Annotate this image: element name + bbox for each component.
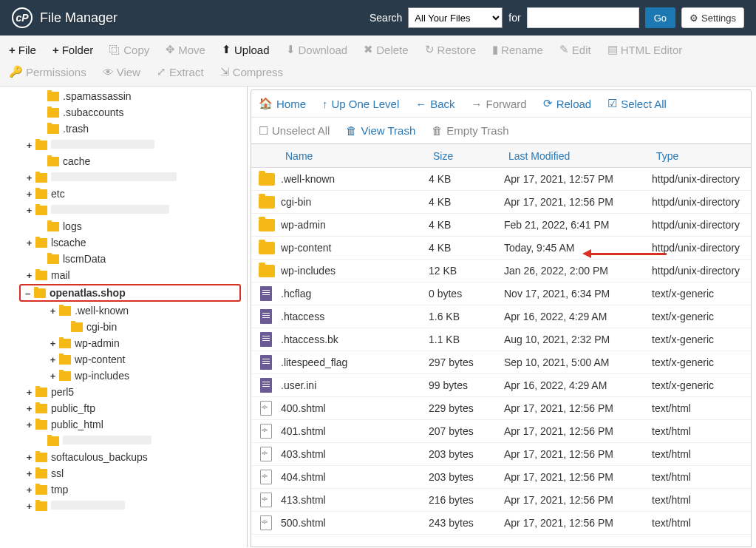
table-row[interactable]: 413.shtml216 bytesApr 17, 2021, 12:56 PM… [251,489,751,512]
folder-icon [35,404,47,413]
settings-button[interactable]: Settings [681,7,744,28]
tree-item[interactable]: +wp-content [0,351,247,368]
cell-size: 4 KB [421,196,497,208]
table-row[interactable]: 403.shtml203 bytesApr 17, 2021, 12:56 PM… [251,443,751,466]
col-type[interactable]: Type [649,150,751,162]
expand-icon[interactable]: + [25,237,33,248]
table-row[interactable]: wp-admin4 KBFeb 21, 2022, 6:41 PMhttpd/u… [251,214,751,237]
expand-icon[interactable]: + [49,354,57,365]
tree-item[interactable] [0,433,247,449]
expand-icon[interactable]: + [49,371,57,382]
expand-icon[interactable]: + [25,419,33,430]
back-button[interactable]: ←Back [415,98,454,110]
tree-item[interactable]: + [0,498,247,514]
view-button[interactable]: 👁View [101,62,142,81]
compress-button[interactable]: ⇲Compress [219,62,285,81]
reload-button[interactable]: ⟳Reload [543,97,592,110]
tree-item[interactable]: .subaccounts [0,104,247,121]
col-size[interactable]: Size [426,150,501,162]
expand-icon[interactable]: + [25,452,33,463]
table-row[interactable]: .litespeed_flag297 bytesSep 10, 2021, 5:… [251,351,751,374]
edit-button[interactable]: ✎Edit [558,40,593,59]
select-all-button[interactable]: ☑Select All [607,97,667,110]
tree-item[interactable]: +ssl [0,465,247,481]
restore-button[interactable]: ↻Restore [423,40,478,59]
up-button[interactable]: ↑Up One Level [322,98,399,110]
content-pane: 🏠Home ↑Up One Level ←Back →Forward ⟳Relo… [248,87,756,547]
expand-icon[interactable]: + [49,338,57,349]
tree-item[interactable]: lscmData [0,251,247,267]
table-row[interactable]: 400.shtml229 bytesApr 17, 2021, 12:56 PM… [251,397,751,420]
table-row[interactable]: .well-known4 KBApr 17, 2021, 12:57 PMhtt… [251,168,751,191]
search-input[interactable] [527,7,639,28]
table-row[interactable]: 404.shtml203 bytesApr 17, 2021, 12:56 PM… [251,466,751,489]
tree-label: tmp [51,484,68,495]
table-row[interactable]: .user.ini99 bytesApr 16, 2022, 4:29 AMte… [251,374,751,397]
tree-item[interactable]: + [0,137,247,153]
search-scope-select[interactable]: All Your Files [408,7,503,28]
expand-icon[interactable]: – [24,288,32,299]
expand-icon[interactable]: + [25,501,33,512]
extract-button[interactable]: ⤢Extract [155,62,205,81]
tree-item[interactable]: .trash [0,121,247,137]
expand-icon[interactable]: + [25,270,33,281]
tree-item[interactable]: +.well-known [0,302,247,319]
tree-item[interactable]: logs [0,218,247,234]
tree-item[interactable]: +mail [0,267,247,283]
file-button[interactable]: +File [7,40,38,59]
folder-button[interactable]: +Folder [51,40,95,59]
table-row[interactable]: 500.shtml243 bytesApr 17, 2021, 12:56 PM… [251,512,751,535]
folder-tree[interactable]: .spamassassin.subaccounts.trash+cache++e… [0,87,248,547]
move-button[interactable]: ✥Move [164,40,207,59]
trash-icon: 🗑 [432,124,443,137]
expand-icon[interactable]: + [25,205,33,216]
download-button[interactable]: ⬇Download [285,40,350,59]
code-icon [259,515,273,530]
expand-icon[interactable]: + [25,172,33,183]
tree-item[interactable]: cache [0,153,247,169]
expand-icon[interactable]: + [25,484,33,495]
expand-icon[interactable]: + [25,403,33,414]
expand-icon[interactable]: + [49,305,57,317]
upload-button[interactable]: ⬆Upload [220,40,271,59]
copy-button[interactable]: ⿻Copy [108,40,151,59]
expand-icon[interactable]: + [25,387,33,398]
html-editor-button[interactable]: ▤HTML Editor [606,40,684,59]
tree-item[interactable]: +perl5 [0,384,247,400]
rename-button[interactable]: ▮Rename [491,40,545,59]
tree-item[interactable]: + [0,169,247,186]
forward-button[interactable]: →Forward [471,98,527,110]
tree-item[interactable]: –openatlas.shop [19,284,241,302]
table-row[interactable]: cgi-bin4 KBApr 17, 2021, 12:56 PMhttpd/u… [251,191,751,214]
view-trash-button[interactable]: 🗑View Trash [346,124,415,137]
go-button[interactable]: Go [645,7,675,28]
expand-icon[interactable]: + [25,189,33,200]
tree-item[interactable]: +softaculous_backups [0,449,247,465]
unselect-all-button[interactable]: ☐Unselect All [259,124,330,138]
col-modified[interactable]: Last Modified [501,150,649,162]
delete-button[interactable]: ✖Delete [362,40,409,59]
tree-item[interactable]: +public_html [0,416,247,433]
col-name[interactable]: Name [278,150,426,162]
tree-item[interactable]: cgi-bin [0,319,247,335]
expand-icon[interactable]: + [25,140,33,151]
table-row[interactable]: wp-content4 KBToday, 9:45 AMhttpd/unix-d… [251,237,751,260]
home-button[interactable]: 🏠Home [259,97,306,110]
tree-item[interactable]: +wp-admin [0,335,247,351]
tree-item[interactable]: + [0,202,247,218]
tree-item[interactable]: .spamassassin [0,88,247,104]
tree-item[interactable]: +lscache [0,234,247,251]
empty-trash-button[interactable]: 🗑Empty Trash [432,124,508,137]
tree-item[interactable]: +etc [0,186,247,202]
table-row[interactable]: .htaccess.bk1.1 KBAug 10, 2021, 2:32 PMt… [251,328,751,351]
table-row[interactable]: .htaccess1.6 KBApr 16, 2022, 4:29 AMtext… [251,305,751,328]
table-row[interactable]: 401.shtml207 bytesApr 17, 2021, 12:56 PM… [251,420,751,443]
table-row[interactable]: .hcflag0 bytesNov 17, 2021, 6:34 PMtext/… [251,283,751,305]
tree-item[interactable]: +tmp [0,481,247,498]
expand-icon[interactable]: + [25,468,33,479]
tree-item[interactable]: +wp-includes [0,368,247,384]
table-row[interactable]: wp-includes12 KBJan 26, 2022, 2:00 PMhtt… [251,260,751,283]
folder-icon [259,194,273,209]
permissions-button[interactable]: 🔑Permissions [7,62,88,81]
tree-item[interactable]: +public_ftp [0,400,247,416]
